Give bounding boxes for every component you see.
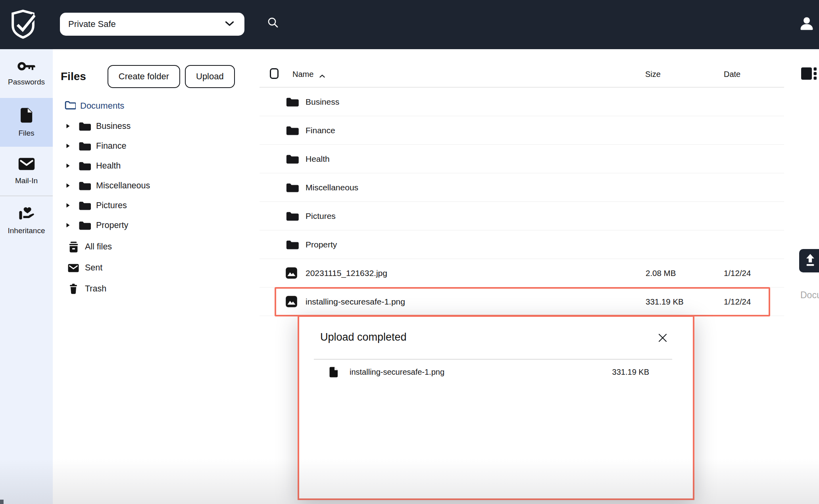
shortcut-item[interactable]: Sent xyxy=(68,257,112,278)
safe-selector-dropdown[interactable]: Private Safe xyxy=(60,13,244,36)
file-name: Business xyxy=(306,97,646,107)
sidebar-item[interactable]: Files xyxy=(0,98,53,147)
table-row[interactable]: 20231115_121632.jpg 2.08 MB 1/12/24 xyxy=(260,259,784,287)
page-title: Files xyxy=(61,70,86,83)
tree-folder-item[interactable]: Pictures xyxy=(63,195,150,215)
file-icon xyxy=(20,107,33,125)
tree-folder-label: Miscellaneous xyxy=(96,181,150,191)
sidebar-item[interactable]: Mail-In xyxy=(0,147,53,195)
tree-folder-item[interactable]: Health xyxy=(63,156,150,176)
dialog-close-button[interactable] xyxy=(657,333,669,345)
document-icon xyxy=(329,366,338,378)
shortcut-label: Sent xyxy=(85,263,102,273)
folder-icon xyxy=(78,121,91,131)
sidebar-item-label: Inheritance xyxy=(8,226,45,235)
shortcut-label: All files xyxy=(85,242,112,252)
folder-icon xyxy=(78,180,91,191)
hand-heart-icon xyxy=(18,206,35,222)
root-folder-label: Documents xyxy=(80,101,124,111)
sidebar-item[interactable]: Passwords xyxy=(0,49,53,98)
column-header-date[interactable]: Date xyxy=(724,70,740,79)
sidebar-item-label: Files xyxy=(18,129,34,138)
edge-upload-button[interactable] xyxy=(799,249,819,272)
caret-right-icon[interactable] xyxy=(66,163,70,169)
tree-folder-label: Business xyxy=(96,121,131,131)
tree-folder-item[interactable]: Miscellaneous xyxy=(63,176,150,195)
table-row[interactable]: Health xyxy=(260,145,784,173)
sidebar: Passwords Files xyxy=(0,49,53,504)
library-shortcuts: All files Sent xyxy=(68,236,112,299)
uploaded-file-row: installing-securesafe-1.png 331.19 KB xyxy=(329,364,649,380)
user-icon xyxy=(798,15,815,34)
table-row[interactable]: installing-securesafe-1.png 331.19 KB 1/… xyxy=(260,287,784,316)
file-name: Property xyxy=(306,240,646,249)
shortcut-item[interactable]: Trash xyxy=(68,278,112,299)
shortcut-item[interactable]: All files xyxy=(68,236,112,257)
topbar: Private Safe xyxy=(0,0,819,49)
table-row[interactable]: Property xyxy=(260,230,784,259)
folder-icon xyxy=(285,125,306,136)
file-name: Health xyxy=(306,154,646,164)
search-button[interactable] xyxy=(266,16,280,31)
tree-folder-label: Finance xyxy=(96,141,127,151)
table-row[interactable]: Miscellaneous xyxy=(260,173,784,202)
folder-icon xyxy=(285,153,306,164)
file-name: Finance xyxy=(306,126,646,135)
root-folder-documents[interactable]: Documents xyxy=(65,100,124,111)
caret-right-icon[interactable] xyxy=(66,183,70,188)
table-row[interactable]: Pictures xyxy=(260,202,784,230)
edge-documents-label: Docu xyxy=(800,290,819,301)
key-icon xyxy=(17,61,36,73)
file-date: 1/12/24 xyxy=(724,297,784,307)
caret-right-icon[interactable] xyxy=(66,143,70,149)
column-header-size[interactable]: Size xyxy=(645,70,661,79)
caret-right-icon[interactable] xyxy=(66,222,70,228)
tree-folder-label: Health xyxy=(96,161,121,171)
tree-folder-item[interactable]: Business xyxy=(63,116,150,136)
uploaded-file-name: installing-securesafe-1.png xyxy=(350,368,444,377)
safe-selector-value: Private Safe xyxy=(68,19,225,29)
file-name: Miscellaneous xyxy=(306,183,646,192)
securesafe-logo-icon xyxy=(11,8,35,42)
table-row[interactable]: Business xyxy=(260,88,784,116)
shortcut-label: Trash xyxy=(85,284,106,294)
tree-folder-item[interactable]: Finance xyxy=(63,136,150,156)
dialog-divider xyxy=(314,359,672,360)
file-size: 2.08 MB xyxy=(646,268,724,278)
folder-outline-icon xyxy=(65,100,76,111)
file-table: Business Finance xyxy=(260,88,784,316)
dialog-title: Upload completed xyxy=(320,331,407,343)
sidebar-item[interactable]: Inheritance xyxy=(0,196,53,245)
tree-folder-item[interactable]: Property xyxy=(63,215,150,235)
account-button[interactable] xyxy=(797,14,817,34)
chevron-down-icon xyxy=(225,21,234,28)
sort-ascending-icon[interactable] xyxy=(319,73,325,80)
column-header-name[interactable]: Name xyxy=(292,70,313,79)
folder-tree: Business Finance xyxy=(63,116,150,235)
folder-icon xyxy=(285,96,306,107)
search-icon xyxy=(267,16,279,31)
sidebar-item-label: Mail-In xyxy=(15,176,38,185)
file-date: 1/12/24 xyxy=(724,268,784,278)
sidebar-item-label: Passwords xyxy=(8,78,45,86)
file-name: 20231115_121632.jpg xyxy=(306,268,646,278)
securesafe-app: Private Safe xyxy=(0,0,819,504)
upload-button[interactable]: Upload xyxy=(185,65,235,88)
image-file-icon xyxy=(285,267,306,279)
table-row[interactable]: Finance xyxy=(260,116,784,145)
folder-icon xyxy=(78,161,91,171)
file-size: 331.19 KB xyxy=(646,297,724,307)
select-all-checkbox[interactable] xyxy=(270,68,279,79)
caret-right-icon[interactable] xyxy=(66,203,70,208)
tree-folder-label: Property xyxy=(96,220,128,230)
caret-right-icon[interactable] xyxy=(66,123,70,129)
folder-icon xyxy=(78,200,91,211)
folder-icon xyxy=(285,211,306,221)
files-panel-header: Files Create folder Upload xyxy=(61,65,235,88)
close-icon xyxy=(658,333,668,345)
view-toggle-icon[interactable] xyxy=(801,66,817,82)
image-file-icon xyxy=(285,295,306,308)
archive-icon xyxy=(68,241,79,253)
folder-icon xyxy=(78,220,91,230)
create-folder-button[interactable]: Create folder xyxy=(108,65,180,88)
